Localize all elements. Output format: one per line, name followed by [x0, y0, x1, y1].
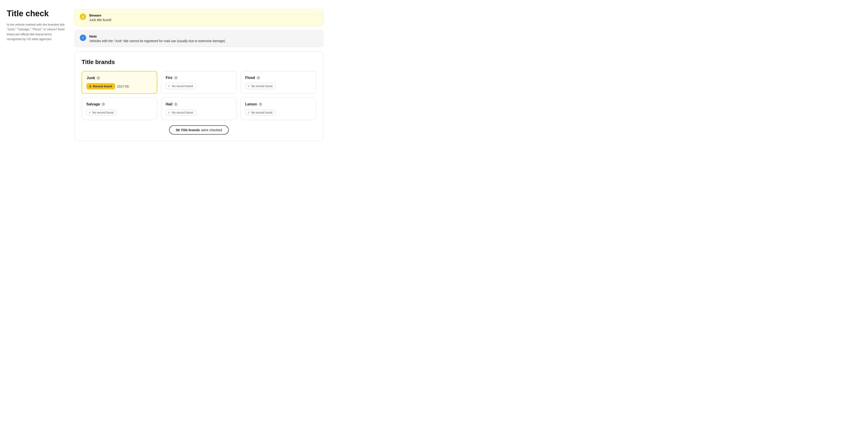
note-alert-title: Note — [89, 34, 225, 38]
brands-title: Title brands — [82, 59, 316, 66]
help-icon[interactable]: ? — [101, 102, 105, 106]
brand-cell-header: Salvage? — [86, 102, 153, 106]
no-record-badge: ✓ No record found — [245, 83, 275, 89]
note-alert: i Note Vehicles with the "Junk" title ca… — [74, 30, 323, 47]
beware-alert-title: Beware — [89, 13, 112, 17]
brand-name: Lemon — [245, 102, 257, 106]
brand-name: Fire — [166, 76, 172, 80]
check-icon: ✓ — [168, 111, 170, 114]
brand-name: Flood — [245, 76, 255, 80]
check-icon: ✓ — [168, 84, 170, 88]
help-icon[interactable]: ? — [174, 102, 178, 106]
main-content: ⚠ Beware Junk title found! i Note Vehicl… — [74, 9, 323, 141]
brand-cell-junk: Junk?⚠ Record found2017-05 — [82, 71, 157, 94]
beware-alert-text: Junk title found! — [89, 18, 112, 22]
note-alert-body: Note Vehicles with the "Junk" title cann… — [89, 34, 225, 43]
brands-grid: Junk?⚠ Record found2017-05Fire?✓ No reco… — [82, 71, 316, 120]
page-title: Title check — [7, 9, 66, 18]
help-icon[interactable]: ? — [96, 76, 100, 80]
brand-cell-header: Hail? — [166, 102, 232, 106]
brands-label: Title brands — [181, 128, 200, 132]
help-icon[interactable]: ? — [258, 102, 262, 106]
info-icon: i — [80, 35, 86, 41]
brand-cell-fire: Fire?✓ No record found — [161, 71, 237, 94]
brand-cell-header: Fire? — [166, 76, 232, 80]
brands-suffix: were checked — [201, 128, 222, 132]
check-icon: ✓ — [89, 111, 91, 114]
warning-icon: ⚠ — [80, 13, 86, 20]
brand-cell-header: Junk? — [87, 76, 152, 80]
sidebar: Title check Is the vehicle marked with t… — [7, 9, 66, 141]
no-record-badge: ✓ No record found — [86, 110, 116, 116]
record-row: ✓ No record found — [245, 83, 311, 89]
no-record-badge: ✓ No record found — [166, 110, 196, 116]
help-icon[interactable]: ? — [174, 76, 178, 80]
brand-cell-flood: Flood?✓ No record found — [241, 71, 316, 94]
note-alert-text: Vehicles with the "Junk" title cannot be… — [89, 39, 225, 43]
no-record-badge: ✓ No record found — [245, 110, 275, 116]
record-row: ✓ No record found — [86, 110, 153, 116]
beware-alert-body: Beware Junk title found! — [89, 13, 112, 22]
brand-cell-header: Lemon? — [245, 102, 311, 106]
no-record-badge: ✓ No record found — [166, 83, 196, 89]
brands-footer: 58 Title brands were checked — [82, 125, 316, 134]
page-layout: Title check Is the vehicle marked with t… — [7, 9, 323, 141]
record-row: ✓ No record found — [166, 110, 232, 116]
brands-count: 58 — [176, 128, 180, 132]
record-date: 2017-05 — [117, 85, 129, 88]
warning-badge-icon: ⚠ — [89, 85, 92, 88]
brand-name: Junk — [87, 76, 95, 80]
brand-cell-lemon: Lemon?✓ No record found — [241, 97, 316, 120]
brand-name: Salvage — [86, 102, 100, 106]
record-row: ⚠ Record found2017-05 — [87, 83, 152, 89]
brand-cell-header: Flood? — [245, 76, 311, 80]
brand-cell-salvage: Salvage?✓ No record found — [82, 97, 157, 120]
record-found-badge: ⚠ Record found — [87, 83, 115, 89]
check-icon: ✓ — [248, 111, 250, 114]
help-icon[interactable]: ? — [256, 76, 260, 80]
record-row: ✓ No record found — [245, 110, 311, 116]
check-icon: ✓ — [248, 84, 250, 88]
record-row: ✓ No record found — [166, 83, 232, 89]
brands-card: Title brands Junk?⚠ Record found2017-05F… — [74, 51, 323, 141]
brand-name: Hail — [166, 102, 172, 106]
sidebar-description: Is the vehicle marked with the branded t… — [7, 22, 66, 41]
brand-cell-hail: Hail?✓ No record found — [161, 97, 237, 120]
beware-alert: ⚠ Beware Junk title found! — [74, 9, 323, 26]
brands-checked-badge: 58 Title brands were checked — [169, 125, 229, 134]
